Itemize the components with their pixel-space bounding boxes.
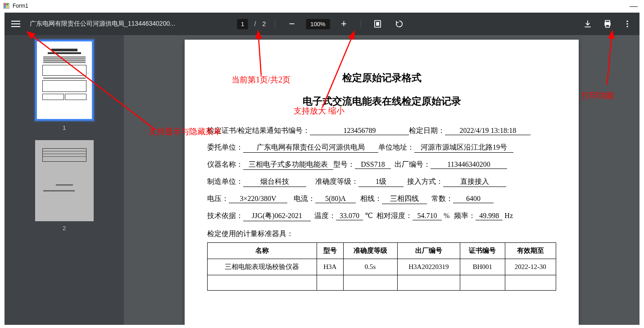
svg-rect-9 (376, 22, 379, 26)
field-row: 仪器名称： 三相电子式多功能电能表 型号： DSS718 出厂编号： 11344… (207, 160, 556, 170)
field-row: 电压： 3×220/380V 电流： 5(80)A 相线： 三相四线 常数： 6… (207, 194, 556, 204)
accuracy-class: 1级 (358, 177, 404, 187)
thumbnail-item[interactable]: 1 (35, 40, 94, 131)
zoom-out-button[interactable]: − (284, 16, 299, 32)
doc-subtitle: 电子式交流电能表在线检定原始记录 (207, 95, 556, 108)
page-current-input[interactable]: 1 (237, 19, 248, 29)
cert-no: 123456789 (310, 127, 409, 135)
phase: 三相四线 (382, 194, 427, 204)
window-title: Form1 (13, 3, 28, 9)
document-filename: 广东电网有限责任公司河源供电局_113446340200... (30, 20, 175, 28)
instrument-name: 三相电子式多功能电能表 (243, 160, 333, 170)
zoom-in-button[interactable]: + (336, 16, 351, 32)
thumbnail-item[interactable]: 2 (35, 140, 94, 232)
window-titlebar: Form1 — (0, 0, 644, 12)
section-label: 检定使用的计量标准器具： (207, 229, 556, 239)
svg-rect-3 (4, 6, 6, 8)
thumbnail-label: 2 (35, 225, 94, 232)
cert-date: 2022/4/19 13:18:18 (445, 127, 531, 135)
page-viewport[interactable]: 检定原始记录格式 电子式交流电能表在线检定原始记录 检定证书/检定结果通知书编号… (124, 13, 639, 325)
thumbnail-page-1[interactable] (35, 40, 94, 121)
svg-point-13 (626, 21, 628, 22)
instruments-table: 名称 型号 准确度等级 出厂编号 证书编号 有效期至 三相电能表现场校验仪器 H… (207, 242, 556, 291)
humidity: 54.710 (413, 212, 442, 220)
model: DSS718 (355, 160, 391, 169)
client: 广东电网有限责任公司河源供电局 (243, 143, 378, 153)
minimize-button[interactable]: — (630, 1, 641, 11)
frequency: 49.998 (476, 212, 503, 220)
temperature: 33.070 (336, 212, 363, 220)
svg-rect-6 (11, 23, 20, 24)
th: 出厂编号 (397, 243, 460, 259)
svg-rect-7 (11, 26, 20, 27)
toolbar-divider (275, 19, 275, 28)
pdf-page: 检定原始记录格式 电子式交流电能表在线检定原始记录 检定证书/检定结果通知书编号… (185, 40, 579, 325)
fit-page-button[interactable] (370, 16, 385, 32)
field-row: 制造单位： 烟台科技 准确度等级： 1级 接入方式： 直接接入 (207, 177, 556, 187)
basis: JJG(粤)062-2021 (243, 211, 311, 221)
svg-rect-4 (6, 6, 8, 8)
doc-title: 检定原始记录格式 (207, 71, 556, 85)
thumbnail-label: 1 (35, 124, 94, 131)
svg-rect-1 (4, 4, 6, 5)
th: 准确度等级 (343, 243, 397, 259)
address: 河源市源城区沿江北路19号 (414, 143, 513, 153)
current: 5(80)A (315, 195, 356, 203)
menu-toggle-button[interactable] (5, 13, 27, 35)
download-button[interactable] (580, 16, 595, 32)
svg-point-15 (626, 26, 628, 27)
svg-rect-12 (606, 25, 609, 27)
app-icon (3, 2, 10, 9)
pdf-viewer: 广东电网有限责任公司河源供电局_113446340200... 1 / 2 − … (5, 13, 639, 325)
field-row: 委托单位： 广东电网有限责任公司河源供电局 单位地址： 河源市源城区沿江北路19… (207, 143, 556, 153)
svg-rect-5 (11, 21, 20, 22)
svg-rect-2 (6, 4, 8, 5)
toolbar-divider (360, 19, 361, 28)
th: 型号 (317, 243, 343, 259)
print-button[interactable] (600, 16, 615, 32)
table-row: 三相电能表现场校验仪器 H3A 0.5s H3A20220319 BH001 2… (208, 259, 556, 275)
voltage: 3×220/380V (229, 195, 287, 203)
field-row: 技术依据： JJG(粤)062-2021 温度： 33.070 ℃ 相对湿度： … (207, 211, 556, 221)
svg-rect-10 (605, 21, 610, 23)
serial-no: 113446340200 (431, 160, 507, 169)
th: 证书编号 (460, 243, 505, 259)
rotate-button[interactable] (391, 16, 407, 32)
th: 名称 (208, 243, 317, 259)
th: 有效期至 (505, 243, 556, 259)
constant: 6400 (453, 195, 494, 203)
zoom-level[interactable]: 100% (306, 19, 330, 29)
page-separator: / (254, 20, 256, 27)
more-menu-button[interactable] (620, 16, 635, 32)
maker: 烟台科技 (243, 177, 306, 187)
svg-point-14 (626, 23, 628, 24)
thumbnail-page-2[interactable] (35, 140, 94, 221)
table-row (208, 275, 556, 291)
page-total: 2 (262, 20, 266, 27)
field-row: 检定证书/检定结果通知书编号： 123456789 检定日期： 2022/4/1… (207, 126, 556, 136)
viewer-toolbar: 广东电网有限责任公司河源供电局_113446340200... 1 / 2 − … (5, 13, 639, 35)
thumbnail-sidebar: 1 2 (5, 13, 124, 325)
connection: 直接接入 (443, 177, 506, 187)
